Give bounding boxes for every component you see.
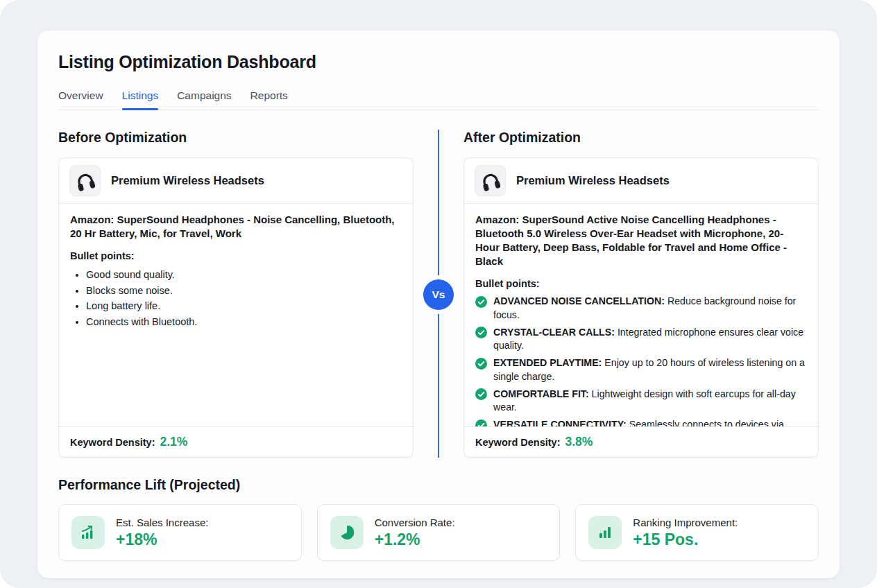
- before-listing-card: Premium Wireless Headsets Amazon: SuperS…: [58, 157, 414, 458]
- tab-campaigns[interactable]: Campaigns: [177, 89, 231, 110]
- metric-label: Conversion Rate:: [375, 517, 455, 528]
- bullet-item: CRYSTAL-CLEAR CALLS: Integrated micropho…: [475, 326, 807, 353]
- headphones-icon: [69, 165, 101, 196]
- before-bullet-list: Good sound quality.Blocks some noise.Lon…: [86, 267, 402, 329]
- metrics-row: Est. Sales Increase: +18% Conversion Rat…: [58, 504, 819, 561]
- ranking-bars-icon: [588, 516, 622, 549]
- keyword-density-label: Keyword Density:: [70, 437, 155, 448]
- keyword-density-value: 3.8%: [565, 435, 593, 449]
- metric-label: Est. Sales Increase:: [116, 517, 208, 528]
- page-title: Listing Optimization Dashboard: [58, 52, 819, 72]
- tab-bar: OverviewListingsCampaignsReports: [58, 89, 819, 110]
- before-bullets-label: Bullet points:: [70, 250, 402, 261]
- conversion-pie-icon: [330, 516, 364, 549]
- metric-card: Ranking Improvement: +15 Pos.: [575, 504, 819, 561]
- bullet-item: COMFORTABLE FIT: Lightweight design with…: [475, 388, 807, 415]
- metric-value: +15 Pos.: [633, 530, 738, 549]
- before-card-body: Amazon: SuperSound Headphones - Noise Ca…: [59, 204, 413, 426]
- metric-card: Est. Sales Increase: +18%: [58, 504, 302, 561]
- metric-value: +18%: [116, 530, 208, 549]
- after-listing-title: Amazon: SuperSound Active Noise Cancelli…: [475, 213, 807, 268]
- keyword-density-label: Keyword Density:: [475, 437, 560, 448]
- before-column: Before Optimization Premium Wireless Hea…: [58, 130, 414, 458]
- check-circle-icon: [475, 356, 487, 383]
- keyword-density-value: 2.1%: [160, 435, 187, 449]
- tab-listings[interactable]: Listings: [122, 89, 159, 110]
- after-card-body: Amazon: SuperSound Active Noise Cancelli…: [464, 204, 818, 426]
- tab-overview[interactable]: Overview: [58, 89, 103, 110]
- check-circle-icon: [475, 326, 487, 353]
- before-section-title: Before Optimization: [58, 130, 414, 146]
- product-name: Premium Wireless Headsets: [516, 174, 670, 187]
- after-column: After Optimization Premium Wireless Head…: [463, 130, 819, 458]
- metric-card: Conversion Rate: +1.2%: [317, 504, 561, 561]
- after-section-title: After Optimization: [463, 130, 819, 146]
- check-circle-icon: [475, 388, 487, 415]
- after-listing-card: Premium Wireless Headsets Amazon: SuperS…: [463, 157, 819, 458]
- check-circle-icon: [475, 418, 487, 426]
- headphones-icon: [475, 165, 506, 196]
- after-bullets-label: Bullet points:: [475, 278, 807, 289]
- bullet-item: Long battery life.: [86, 298, 402, 314]
- bullet-item: EXTENDED PLAYTIME: Enjoy up to 20 hours …: [475, 356, 807, 383]
- vs-badge: Vs: [423, 279, 454, 310]
- bullet-item: Good sound quality.: [86, 267, 402, 283]
- before-card-header: Premium Wireless Headsets: [59, 158, 413, 204]
- page-background: Listing Optimization Dashboard OverviewL…: [0, 0, 877, 588]
- performance-section-title: Performance Lift (Projected): [58, 477, 819, 493]
- before-card-footer: Keyword Density: 2.1%: [59, 426, 413, 457]
- after-card-footer: Keyword Density: 3.8%: [464, 426, 818, 457]
- bullet-item: Blocks some noise.: [86, 283, 402, 299]
- check-circle-icon: [475, 295, 487, 322]
- bullet-item: Connects with Bluetooth.: [86, 314, 402, 330]
- comparison-section: Before Optimization Premium Wireless Hea…: [58, 130, 819, 458]
- bullet-item: ADVANCED NOISE CANCELLATION: Reduce back…: [475, 295, 807, 322]
- metric-value: +1.2%: [375, 530, 455, 549]
- bullet-item: VERSATILE CONNECTIVITY: Seamlessly conne…: [475, 418, 807, 426]
- sales-bars-trend-icon: [71, 516, 105, 549]
- before-listing-title: Amazon: SuperSound Headphones - Noise Ca…: [70, 213, 402, 241]
- metric-label: Ranking Improvement:: [633, 517, 738, 528]
- tab-reports[interactable]: Reports: [250, 89, 288, 110]
- product-name: Premium Wireless Headsets: [111, 174, 264, 187]
- after-card-header: Premium Wireless Headsets: [464, 158, 818, 204]
- after-bullet-list: ADVANCED NOISE CANCELLATION: Reduce back…: [475, 295, 807, 426]
- dashboard-panel: Listing Optimization Dashboard OverviewL…: [37, 31, 840, 578]
